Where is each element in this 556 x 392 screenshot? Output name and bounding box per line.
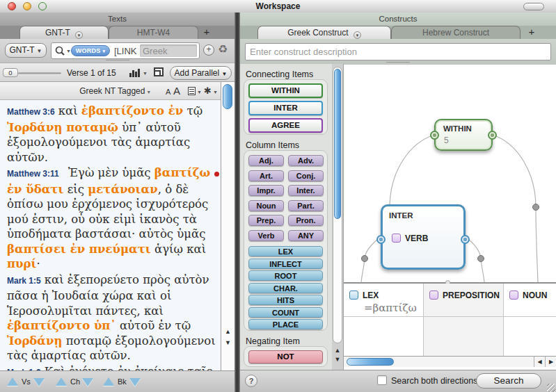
palette-verb-button[interactable]: Verb <box>248 230 284 241</box>
palette-place-button[interactable]: PLACE <box>248 319 323 329</box>
element-checkbox[interactable] <box>392 234 401 243</box>
scroll-down-button[interactable]: ▼ <box>221 338 235 348</box>
scrollbar-thumb[interactable] <box>347 358 394 366</box>
title-bar[interactable]: Workspace <box>0 0 556 13</box>
new-tab-button[interactable]: + <box>524 26 539 39</box>
display-settings-icon[interactable] <box>188 87 196 95</box>
display-settings-chevron-icon[interactable]: ▼ <box>197 90 202 95</box>
canvas-horizontal-scrollbar[interactable]: ◀ ▶ <box>344 356 556 367</box>
column-header[interactable]: PREPOSITION <box>424 284 503 317</box>
search-scope-pill[interactable]: WORDS ▾ <box>71 45 110 56</box>
increase-font-button[interactable]: A <box>173 85 180 97</box>
node-connector-left[interactable] <box>430 131 439 140</box>
analysis-histogram-icon[interactable] <box>129 67 141 78</box>
bible-text-pane[interactable]: Matthew 3:6καὶ ἐβαπτίζοντο ἐν τῷ Ἰορδάνῃ… <box>0 100 221 370</box>
decrease-font-button[interactable]: A <box>166 88 170 96</box>
text-module-selector[interactable]: Greek NT Tagged ▾ <box>66 86 164 96</box>
node-connector-right[interactable] <box>461 235 470 244</box>
tab-menu-icon[interactable]: ▼ <box>75 31 83 39</box>
within-node[interactable]: WITHIN 5 <box>434 119 493 151</box>
palette-inflect-button[interactable]: INFLECT <box>248 259 323 269</box>
link-handle-dot[interactable] <box>478 256 484 262</box>
column-checkbox[interactable] <box>349 291 358 300</box>
construct-column-preposition[interactable]: PREPOSITION <box>424 284 504 356</box>
update-link-icon[interactable]: ♻ <box>218 42 228 56</box>
tab-greek-construct[interactable]: Greek Construct ▼ <box>257 26 391 39</box>
palette-adj-button[interactable]: Adj. <box>248 155 284 166</box>
flex-slider-track[interactable] <box>18 72 61 74</box>
verse-reference[interactable]: Matthew 3:6 <box>7 107 55 117</box>
palette-lex-button[interactable]: LEX <box>248 246 323 256</box>
scrollbar-thumb[interactable] <box>334 69 341 219</box>
column-checkbox[interactable] <box>509 291 518 300</box>
palette-conj-button[interactable]: Conj. <box>288 170 324 181</box>
palette-noun-button[interactable]: Noun <box>248 200 284 211</box>
construct-column-lex[interactable]: LEX=βαπτίζω <box>344 284 424 356</box>
nav-ch-down-button[interactable] <box>82 378 93 386</box>
scroll-left-button[interactable]: ◀ <box>534 357 545 367</box>
palette-scrollbar[interactable] <box>333 67 342 343</box>
tab-hmt-w4[interactable]: HMT-W4 <box>109 26 198 39</box>
link-handle-dot[interactable] <box>362 256 368 262</box>
search-menu-chevron-icon[interactable]: ▼ <box>66 49 71 54</box>
palette-root-button[interactable]: ROOT <box>248 270 323 281</box>
scrollbar-thumb[interactable] <box>223 84 232 109</box>
node-connector-right[interactable] <box>488 131 497 140</box>
palette-within-button[interactable]: WITHIN <box>248 83 323 98</box>
inter-node-element[interactable]: VERB <box>392 231 428 244</box>
palette-inter-button[interactable]: Inter. <box>288 185 324 196</box>
nav-ch-up-button[interactable] <box>56 377 67 386</box>
within-count-value[interactable]: 5 <box>444 136 449 145</box>
palette-hits-button[interactable]: HITS <box>248 295 323 305</box>
column-spec[interactable]: =βαπτίζω <box>364 302 417 314</box>
palette-inter-button[interactable]: INTER <box>248 101 323 115</box>
search-argument-box[interactable]: Greek <box>140 44 197 57</box>
node-connector-left[interactable] <box>376 235 386 244</box>
nav-bk-up-button[interactable] <box>103 377 114 386</box>
new-tab-button[interactable]: + <box>199 26 214 39</box>
construct-canvas[interactable]: WITHIN 5 INTER VERB LEX=βαπτίζωPREPOSITI… <box>343 64 556 370</box>
palette-not-button[interactable]: NOT <box>248 350 323 364</box>
palette-part-button[interactable]: Part. <box>288 200 324 211</box>
search-field[interactable]: ▼ WORDS ▾ [LINK Greek <box>51 42 200 59</box>
toolbar-toggle-button[interactable] <box>523 3 544 10</box>
tab-gnt-t[interactable]: GNT-T ▼ <box>19 26 109 39</box>
panes-icon[interactable] <box>154 67 164 76</box>
scroll-right-button[interactable]: ▶ <box>545 357 556 367</box>
verse-reference[interactable]: Matthew 3:11 <box>7 169 59 179</box>
palette-agree-button[interactable]: AGREE <box>248 118 323 133</box>
palette-count-button[interactable]: COUNT <box>248 307 323 318</box>
palette-scroll-arrows[interactable]: ▲▼ <box>333 346 342 364</box>
histogram-chevron-icon[interactable]: ▼ <box>143 71 148 76</box>
palette-prep-button[interactable]: Prep. <box>248 215 284 226</box>
tab-menu-icon[interactable]: ▼ <box>354 31 361 39</box>
construct-description-input[interactable] <box>245 43 551 60</box>
nav-vs-down-button[interactable] <box>33 378 45 386</box>
palette-char-button[interactable]: CHAR. <box>248 283 323 293</box>
search-icon[interactable] <box>54 45 66 57</box>
search-both-directions-checkbox[interactable] <box>377 375 387 385</box>
inter-node[interactable]: INTER VERB <box>381 204 466 270</box>
help-button[interactable]: ? <box>245 375 257 387</box>
add-parallel-button[interactable]: Add Parallel ▼ <box>170 66 232 80</box>
module-select-button[interactable]: GNT-T ▼ <box>5 43 47 58</box>
column-checkbox[interactable] <box>429 291 438 300</box>
tab-hebrew-construct[interactable]: Hebrew Construct <box>391 26 521 39</box>
palette-impr-button[interactable]: Impr. <box>248 185 284 196</box>
scroll-up-button[interactable]: ▲ <box>221 327 235 337</box>
link-handle-dot[interactable] <box>533 204 539 211</box>
nav-bk-down-button[interactable] <box>129 378 141 386</box>
column-header[interactable]: NOUN <box>504 284 556 317</box>
palette-adv-button[interactable]: Adv. <box>288 155 324 166</box>
flex-slider-value[interactable]: 0 <box>3 68 18 77</box>
search-button[interactable]: Search <box>476 373 541 389</box>
nav-vs-up-button[interactable] <box>7 377 18 386</box>
verse-reference[interactable]: Mark 1:5 <box>7 276 41 286</box>
gear-chevron-icon[interactable]: ▼ <box>213 90 218 95</box>
construct-column-noun[interactable]: NOUN <box>504 284 556 356</box>
add-search-entry-icon[interactable]: + <box>203 44 214 56</box>
palette-any-button[interactable]: ANY <box>288 230 324 241</box>
gear-icon[interactable]: ✱ <box>204 85 212 96</box>
texts-vertical-scrollbar[interactable]: ▲ ▼ <box>221 82 235 370</box>
palette-pron-button[interactable]: Pron. <box>288 215 324 226</box>
